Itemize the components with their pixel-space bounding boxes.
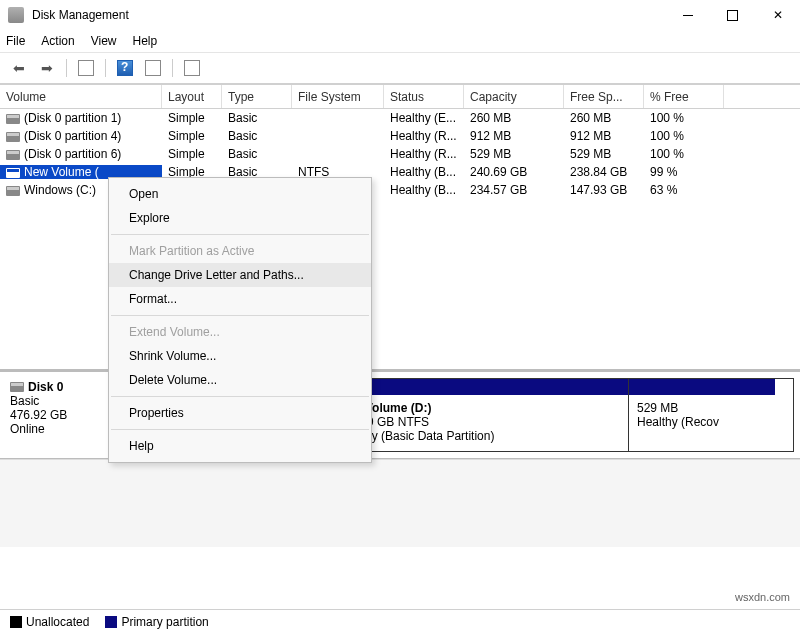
cm-shrink-volume[interactable]: Shrink Volume... (109, 344, 371, 368)
col-capacity[interactable]: Capacity (464, 85, 564, 108)
bottom-panel (0, 459, 800, 547)
cm-properties[interactable]: Properties (109, 401, 371, 425)
toolbar-separator (66, 59, 67, 77)
cm-extend-volume: Extend Volume... (109, 320, 371, 344)
col-status[interactable]: Status (384, 85, 464, 108)
swatch-blue-icon (105, 616, 117, 628)
toolbar: ⬅ ➡ (0, 52, 800, 84)
col-filesystem[interactable]: File System (292, 85, 384, 108)
volume-icon (6, 132, 20, 142)
partition-size: 240.69 GB NTFS (337, 415, 620, 429)
cell-pct: 100 % (644, 111, 724, 125)
cell-type: Basic (222, 129, 292, 143)
cell-free: 260 MB (564, 111, 644, 125)
partition-title: New Volume (D:) (337, 401, 620, 415)
help-button[interactable] (114, 57, 136, 79)
toolbar-button-3[interactable] (181, 57, 203, 79)
watermark: wsxdn.com (735, 591, 790, 603)
cell-capacity: 912 MB (464, 129, 564, 143)
maximize-button[interactable] (710, 0, 755, 30)
partition-status: Healthy (Recov (637, 415, 767, 429)
help-icon (117, 60, 133, 76)
panel-icon (145, 60, 161, 76)
partition[interactable]: 529 MBHealthy (Recov (629, 379, 775, 451)
cell-volume: (Disk 0 partition 6) (0, 147, 162, 161)
cm-mark-active: Mark Partition as Active (109, 239, 371, 263)
disk-status: Online (10, 422, 110, 436)
cell-status: Healthy (B... (384, 165, 464, 179)
partition[interactable]: New Volume (D:)240.69 GB NTFSHealthy (Ba… (329, 379, 629, 451)
col-pctfree[interactable]: % Free (644, 85, 724, 108)
volume-icon (6, 186, 20, 196)
partition-body: New Volume (D:)240.69 GB NTFSHealthy (Ba… (329, 395, 628, 451)
partition-header (629, 379, 775, 395)
arrow-right-icon: ➡ (41, 60, 53, 76)
cell-free: 912 MB (564, 129, 644, 143)
back-button[interactable]: ⬅ (8, 57, 30, 79)
cell-layout: Simple (162, 129, 222, 143)
cell-pct: 100 % (644, 147, 724, 161)
swatch-black-icon (10, 616, 22, 628)
minimize-button[interactable] (665, 0, 710, 30)
cell-volume: (Disk 0 partition 4) (0, 129, 162, 143)
cell-status: Healthy (R... (384, 129, 464, 143)
disk-label: Disk 0 Basic 476.92 GB Online (10, 378, 110, 452)
menu-file[interactable]: File (6, 34, 25, 48)
cell-pct: 99 % (644, 165, 724, 179)
cell-capacity: 234.57 GB (464, 183, 564, 197)
partition-body: 529 MBHealthy (Recov (629, 395, 775, 451)
table-row[interactable]: (Disk 0 partition 6)SimpleBasicHealthy (… (0, 145, 800, 163)
cell-layout: Simple (162, 111, 222, 125)
arrow-left-icon: ⬅ (13, 60, 25, 76)
toolbar-button-1[interactable] (75, 57, 97, 79)
cell-status: Healthy (E... (384, 111, 464, 125)
col-layout[interactable]: Layout (162, 85, 222, 108)
window-title: Disk Management (32, 8, 129, 22)
cell-free: 147.93 GB (564, 183, 644, 197)
cell-type: Basic (222, 111, 292, 125)
cm-explore[interactable]: Explore (109, 206, 371, 230)
close-button[interactable] (755, 0, 800, 30)
cm-separator (111, 396, 369, 397)
table-row[interactable]: (Disk 0 partition 4)SimpleBasicHealthy (… (0, 127, 800, 145)
table-header: Volume Layout Type File System Status Ca… (0, 85, 800, 109)
window-controls (665, 0, 800, 30)
cell-pct: 100 % (644, 129, 724, 143)
toolbar-separator (105, 59, 106, 77)
volume-icon (6, 150, 20, 160)
partition-status: Healthy (Basic Data Partition) (337, 429, 620, 443)
menu-view[interactable]: View (91, 34, 117, 48)
toolbar-button-2[interactable] (142, 57, 164, 79)
toolbar-separator (172, 59, 173, 77)
cm-change-drive-letter[interactable]: Change Drive Letter and Paths... (109, 263, 371, 287)
cm-help[interactable]: Help (109, 434, 371, 458)
cm-format[interactable]: Format... (109, 287, 371, 311)
partition-size: 529 MB (637, 401, 767, 415)
volume-icon (6, 114, 20, 124)
cm-open[interactable]: Open (109, 182, 371, 206)
cm-delete-volume[interactable]: Delete Volume... (109, 368, 371, 392)
menu-help[interactable]: Help (133, 34, 158, 48)
cell-capacity: 240.69 GB (464, 165, 564, 179)
col-volume[interactable]: Volume (0, 85, 162, 108)
titlebar: Disk Management (0, 0, 800, 30)
context-menu: Open Explore Mark Partition as Active Ch… (108, 177, 372, 463)
menu-action[interactable]: Action (41, 34, 74, 48)
panel-icon (184, 60, 200, 76)
disk-size: 476.92 GB (10, 408, 110, 422)
panel-icon (78, 60, 94, 76)
forward-button[interactable]: ➡ (36, 57, 58, 79)
col-free[interactable]: Free Sp... (564, 85, 644, 108)
cell-type: Basic (222, 147, 292, 161)
cm-separator (111, 315, 369, 316)
cm-separator (111, 429, 369, 430)
cell-volume: (Disk 0 partition 1) (0, 111, 162, 125)
col-type[interactable]: Type (222, 85, 292, 108)
volume-icon (6, 168, 20, 178)
cell-free: 529 MB (564, 147, 644, 161)
table-row[interactable]: (Disk 0 partition 1)SimpleBasicHealthy (… (0, 109, 800, 127)
app-icon (8, 7, 24, 23)
cell-status: Healthy (B... (384, 183, 464, 197)
cell-pct: 63 % (644, 183, 724, 197)
cell-free: 238.84 GB (564, 165, 644, 179)
